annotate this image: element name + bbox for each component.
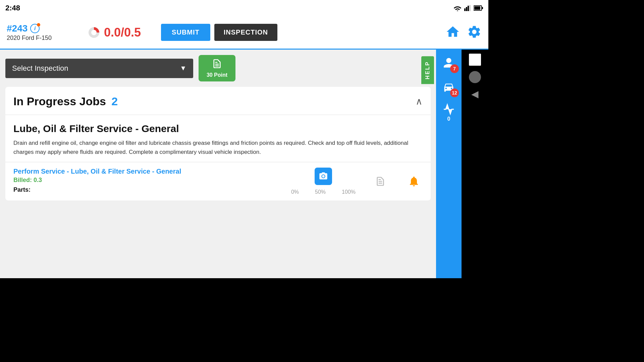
score-display: 0.0/0.5 [104,25,141,40]
help-tab[interactable]: HELP [421,56,434,84]
header-buttons: SUBMIT INSPECTION [161,24,277,41]
collapse-button[interactable]: ∧ [416,96,423,107]
inspection-button[interactable]: INSPECTION [214,24,277,41]
car-badge: 12 [450,88,459,97]
select-inspection-dropdown[interactable]: Select Inspection ▼ [5,59,193,78]
vehicle-name: 2020 Ford F-150 [7,35,67,42]
home-button[interactable] [445,24,460,41]
task-title: Perform Service - Lube, Oil & Filter Ser… [13,168,181,175]
progress-0: 0% [291,189,299,195]
right-sidebar: HELP 7 12 0 [436,50,462,278]
jobs-title-area: In Progress Jobs 2 [13,95,118,108]
task-info: Perform Service - Lube, Oil & Filter Ser… [13,168,181,193]
nav-square [469,54,481,66]
job-number-text: #243 [7,23,28,34]
task-row: Perform Service - Lube, Oil & Filter Ser… [13,168,423,195]
jobs-count: 2 [111,95,118,108]
battery-icon [474,5,483,11]
car-icon-button[interactable]: 12 [438,76,460,98]
content-area: Select Inspection ▼ 30 Point In Progress… [0,50,436,278]
pie-chart-icon [87,26,101,39]
orange-dot [37,23,40,26]
select-inspection-row: Select Inspection ▼ 30 Point [5,55,431,81]
progress-50: 50% [315,189,326,195]
progress-labels: 0% 50% 100% [291,189,356,195]
select-inspection-label: Select Inspection [12,64,68,73]
back-arrow[interactable]: ◀ [471,88,479,100]
camera-action: 0% 50% 100% [291,168,356,195]
settings-button[interactable] [467,24,482,41]
jobs-header: In Progress Jobs 2 ∧ [5,87,431,115]
svg-rect-3 [469,5,471,11]
main-area: Select Inspection ▼ 30 Point In Progress… [0,50,488,278]
score-value: 0.0/0.5 [104,25,141,39]
jobs-title: In Progress Jobs [13,95,106,108]
job-task: Perform Service - Lube, Oil & Filter Ser… [5,162,431,200]
30-point-badge[interactable]: 30 Point [199,55,235,81]
point-badge-label: 30 Point [204,72,230,78]
header: #243 i 2020 Ford F-150 0.0/0.5 SUBMIT IN… [0,16,488,50]
jobs-card: In Progress Jobs 2 ∧ Lube, Oil & Filter … [5,87,431,200]
svg-rect-2 [468,6,469,11]
svg-rect-0 [464,8,466,11]
job-description: Drain and refill engine oil, change engi… [13,138,423,157]
nav-circle [469,71,481,83]
svg-rect-6 [482,7,483,9]
svg-point-8 [91,30,97,35]
camera-button[interactable] [315,168,332,185]
document-icon [204,58,230,71]
info-icon[interactable]: i [30,24,40,33]
person-icon-button[interactable]: 7 [438,52,460,74]
score-area: 0.0/0.5 [87,25,141,40]
submit-button[interactable]: SUBMIT [161,24,210,41]
job-item: Lube, Oil & Filter Service - General Dra… [5,115,431,162]
status-bar: 2:48 [0,0,488,16]
parts-label: Parts: [13,186,181,193]
pulse-count: 0 [447,116,450,122]
status-bar-icons [453,5,483,11]
job-number: #243 i [7,23,67,34]
task-actions: 0% 50% 100% [291,168,423,195]
header-left: #243 i 2020 Ford F-150 [7,23,67,42]
person-badge: 7 [450,64,459,73]
svg-rect-5 [474,6,480,10]
job-title: Lube, Oil & Filter Service - General [13,123,423,134]
document-action [372,173,389,190]
chevron-down-icon: ▼ [180,64,186,72]
signal-icon [464,5,471,11]
bell-action [405,173,423,190]
pulse-icon-button[interactable]: 0 [438,101,460,125]
bell-button[interactable] [405,173,423,190]
billed-label: Billed: 0.3 [13,177,181,184]
wifi-icon [453,5,462,11]
svg-rect-1 [466,7,467,11]
document-button[interactable] [372,173,389,190]
black-edge: ◀ [462,50,488,278]
progress-100: 100% [342,189,356,195]
status-bar-time: 2:48 [5,4,20,12]
header-icons [445,24,482,41]
